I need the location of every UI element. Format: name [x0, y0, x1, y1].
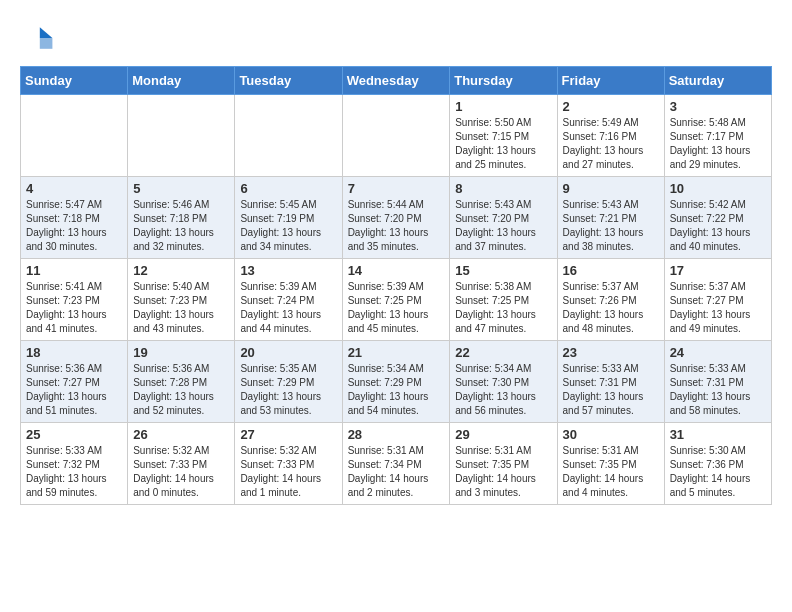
calendar-table: SundayMondayTuesdayWednesdayThursdayFrid…	[20, 66, 772, 505]
calendar-cell: 18Sunrise: 5:36 AM Sunset: 7:27 PM Dayli…	[21, 341, 128, 423]
day-info: Sunrise: 5:47 AM Sunset: 7:18 PM Dayligh…	[26, 198, 122, 254]
day-info: Sunrise: 5:34 AM Sunset: 7:29 PM Dayligh…	[348, 362, 445, 418]
day-number: 31	[670, 427, 766, 442]
calendar-cell: 28Sunrise: 5:31 AM Sunset: 7:34 PM Dayli…	[342, 423, 450, 505]
day-number: 26	[133, 427, 229, 442]
weekday-header-monday: Monday	[128, 67, 235, 95]
day-info: Sunrise: 5:46 AM Sunset: 7:18 PM Dayligh…	[133, 198, 229, 254]
weekday-header-tuesday: Tuesday	[235, 67, 342, 95]
day-info: Sunrise: 5:33 AM Sunset: 7:31 PM Dayligh…	[563, 362, 659, 418]
calendar-cell: 1Sunrise: 5:50 AM Sunset: 7:15 PM Daylig…	[450, 95, 557, 177]
weekday-header-thursday: Thursday	[450, 67, 557, 95]
day-number: 17	[670, 263, 766, 278]
calendar-cell: 3Sunrise: 5:48 AM Sunset: 7:17 PM Daylig…	[664, 95, 771, 177]
calendar-cell: 5Sunrise: 5:46 AM Sunset: 7:18 PM Daylig…	[128, 177, 235, 259]
calendar-week-row: 18Sunrise: 5:36 AM Sunset: 7:27 PM Dayli…	[21, 341, 772, 423]
weekday-header-saturday: Saturday	[664, 67, 771, 95]
day-info: Sunrise: 5:42 AM Sunset: 7:22 PM Dayligh…	[670, 198, 766, 254]
day-number: 28	[348, 427, 445, 442]
svg-marker-1	[40, 38, 53, 49]
day-number: 12	[133, 263, 229, 278]
day-number: 6	[240, 181, 336, 196]
calendar-cell: 4Sunrise: 5:47 AM Sunset: 7:18 PM Daylig…	[21, 177, 128, 259]
day-info: Sunrise: 5:31 AM Sunset: 7:34 PM Dayligh…	[348, 444, 445, 500]
weekday-header-row: SundayMondayTuesdayWednesdayThursdayFrid…	[21, 67, 772, 95]
day-info: Sunrise: 5:33 AM Sunset: 7:31 PM Dayligh…	[670, 362, 766, 418]
day-number: 8	[455, 181, 551, 196]
day-number: 19	[133, 345, 229, 360]
calendar-cell: 15Sunrise: 5:38 AM Sunset: 7:25 PM Dayli…	[450, 259, 557, 341]
day-number: 9	[563, 181, 659, 196]
calendar-cell: 8Sunrise: 5:43 AM Sunset: 7:20 PM Daylig…	[450, 177, 557, 259]
calendar-cell: 27Sunrise: 5:32 AM Sunset: 7:33 PM Dayli…	[235, 423, 342, 505]
day-info: Sunrise: 5:36 AM Sunset: 7:28 PM Dayligh…	[133, 362, 229, 418]
day-number: 21	[348, 345, 445, 360]
calendar-cell: 7Sunrise: 5:44 AM Sunset: 7:20 PM Daylig…	[342, 177, 450, 259]
calendar-cell: 6Sunrise: 5:45 AM Sunset: 7:19 PM Daylig…	[235, 177, 342, 259]
day-number: 4	[26, 181, 122, 196]
calendar-cell: 26Sunrise: 5:32 AM Sunset: 7:33 PM Dayli…	[128, 423, 235, 505]
calendar-week-row: 1Sunrise: 5:50 AM Sunset: 7:15 PM Daylig…	[21, 95, 772, 177]
day-info: Sunrise: 5:34 AM Sunset: 7:30 PM Dayligh…	[455, 362, 551, 418]
day-info: Sunrise: 5:50 AM Sunset: 7:15 PM Dayligh…	[455, 116, 551, 172]
day-number: 20	[240, 345, 336, 360]
calendar-cell: 23Sunrise: 5:33 AM Sunset: 7:31 PM Dayli…	[557, 341, 664, 423]
svg-marker-0	[40, 27, 53, 38]
calendar-cell: 14Sunrise: 5:39 AM Sunset: 7:25 PM Dayli…	[342, 259, 450, 341]
day-number: 10	[670, 181, 766, 196]
day-number: 11	[26, 263, 122, 278]
calendar-cell: 13Sunrise: 5:39 AM Sunset: 7:24 PM Dayli…	[235, 259, 342, 341]
logo	[20, 20, 60, 56]
day-info: Sunrise: 5:49 AM Sunset: 7:16 PM Dayligh…	[563, 116, 659, 172]
calendar-cell	[21, 95, 128, 177]
calendar-cell: 16Sunrise: 5:37 AM Sunset: 7:26 PM Dayli…	[557, 259, 664, 341]
calendar-cell: 22Sunrise: 5:34 AM Sunset: 7:30 PM Dayli…	[450, 341, 557, 423]
day-number: 7	[348, 181, 445, 196]
calendar-cell	[342, 95, 450, 177]
day-info: Sunrise: 5:43 AM Sunset: 7:20 PM Dayligh…	[455, 198, 551, 254]
weekday-header-sunday: Sunday	[21, 67, 128, 95]
day-info: Sunrise: 5:36 AM Sunset: 7:27 PM Dayligh…	[26, 362, 122, 418]
day-number: 3	[670, 99, 766, 114]
day-info: Sunrise: 5:43 AM Sunset: 7:21 PM Dayligh…	[563, 198, 659, 254]
day-info: Sunrise: 5:33 AM Sunset: 7:32 PM Dayligh…	[26, 444, 122, 500]
day-info: Sunrise: 5:38 AM Sunset: 7:25 PM Dayligh…	[455, 280, 551, 336]
calendar-week-row: 25Sunrise: 5:33 AM Sunset: 7:32 PM Dayli…	[21, 423, 772, 505]
day-info: Sunrise: 5:39 AM Sunset: 7:25 PM Dayligh…	[348, 280, 445, 336]
calendar-cell: 19Sunrise: 5:36 AM Sunset: 7:28 PM Dayli…	[128, 341, 235, 423]
day-info: Sunrise: 5:39 AM Sunset: 7:24 PM Dayligh…	[240, 280, 336, 336]
weekday-header-wednesday: Wednesday	[342, 67, 450, 95]
day-number: 5	[133, 181, 229, 196]
day-number: 13	[240, 263, 336, 278]
day-number: 29	[455, 427, 551, 442]
calendar-cell: 12Sunrise: 5:40 AM Sunset: 7:23 PM Dayli…	[128, 259, 235, 341]
calendar-week-row: 11Sunrise: 5:41 AM Sunset: 7:23 PM Dayli…	[21, 259, 772, 341]
calendar-cell: 30Sunrise: 5:31 AM Sunset: 7:35 PM Dayli…	[557, 423, 664, 505]
calendar-cell: 25Sunrise: 5:33 AM Sunset: 7:32 PM Dayli…	[21, 423, 128, 505]
day-number: 14	[348, 263, 445, 278]
day-info: Sunrise: 5:32 AM Sunset: 7:33 PM Dayligh…	[240, 444, 336, 500]
day-info: Sunrise: 5:35 AM Sunset: 7:29 PM Dayligh…	[240, 362, 336, 418]
calendar-cell: 17Sunrise: 5:37 AM Sunset: 7:27 PM Dayli…	[664, 259, 771, 341]
page-header	[20, 20, 772, 56]
day-info: Sunrise: 5:32 AM Sunset: 7:33 PM Dayligh…	[133, 444, 229, 500]
calendar-cell: 10Sunrise: 5:42 AM Sunset: 7:22 PM Dayli…	[664, 177, 771, 259]
day-number: 2	[563, 99, 659, 114]
logo-icon	[20, 20, 56, 56]
calendar-cell: 20Sunrise: 5:35 AM Sunset: 7:29 PM Dayli…	[235, 341, 342, 423]
day-info: Sunrise: 5:31 AM Sunset: 7:35 PM Dayligh…	[455, 444, 551, 500]
day-info: Sunrise: 5:31 AM Sunset: 7:35 PM Dayligh…	[563, 444, 659, 500]
calendar-cell: 11Sunrise: 5:41 AM Sunset: 7:23 PM Dayli…	[21, 259, 128, 341]
day-info: Sunrise: 5:45 AM Sunset: 7:19 PM Dayligh…	[240, 198, 336, 254]
calendar-cell: 2Sunrise: 5:49 AM Sunset: 7:16 PM Daylig…	[557, 95, 664, 177]
calendar-cell: 24Sunrise: 5:33 AM Sunset: 7:31 PM Dayli…	[664, 341, 771, 423]
day-info: Sunrise: 5:40 AM Sunset: 7:23 PM Dayligh…	[133, 280, 229, 336]
day-number: 25	[26, 427, 122, 442]
day-number: 30	[563, 427, 659, 442]
day-number: 18	[26, 345, 122, 360]
day-number: 23	[563, 345, 659, 360]
calendar-week-row: 4Sunrise: 5:47 AM Sunset: 7:18 PM Daylig…	[21, 177, 772, 259]
calendar-cell: 9Sunrise: 5:43 AM Sunset: 7:21 PM Daylig…	[557, 177, 664, 259]
calendar-cell	[128, 95, 235, 177]
calendar-cell: 31Sunrise: 5:30 AM Sunset: 7:36 PM Dayli…	[664, 423, 771, 505]
